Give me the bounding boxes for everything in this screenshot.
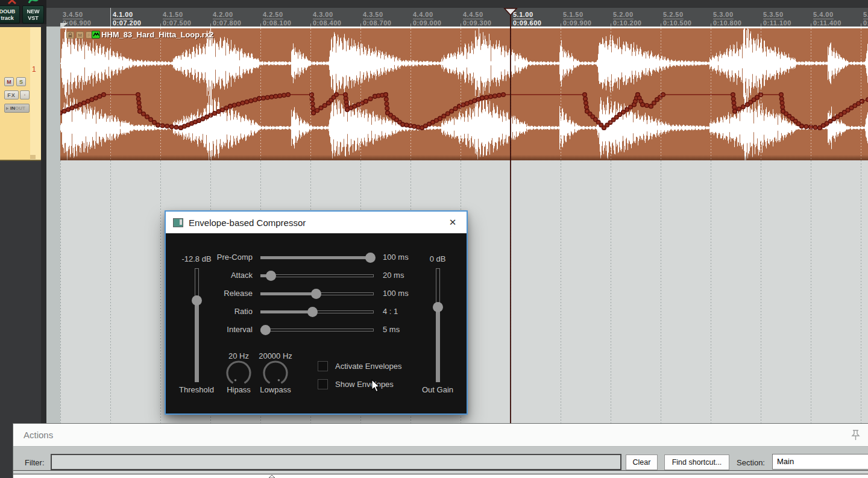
clear-label: Clear — [633, 458, 651, 467]
item-grid-line — [461, 28, 461, 160]
edit-cursor-ruler-line[interactable] — [110, 8, 111, 27]
dialog-title-bar[interactable]: Envelope-based Compressor ✕ — [166, 212, 467, 233]
tcp-divider[interactable] — [41, 24, 46, 423]
item-grid-line — [761, 28, 761, 160]
section-combo[interactable]: Main — [772, 454, 868, 470]
grid-line — [611, 160, 611, 423]
out-gain-slider-thumb[interactable] — [433, 302, 443, 312]
item-grid-line — [160, 28, 161, 160]
activate-envelopes-label: Activate Envelopes — [335, 362, 402, 371]
item-grid-line — [811, 28, 811, 160]
actions-list-header[interactable] — [13, 474, 868, 478]
attack-value: 20 ms — [383, 271, 404, 280]
solo-button[interactable]: S — [16, 77, 26, 86]
release-label: Release — [198, 289, 253, 298]
show-envelopes-checkbox[interactable] — [318, 379, 328, 389]
pre-comp-value: 100 ms — [383, 253, 409, 262]
item-envelope-chip[interactable] — [92, 31, 100, 39]
lowpass-name-label: Lowpass — [248, 385, 303, 394]
grid-line — [160, 160, 161, 423]
item-mute-chip[interactable]: M — [76, 31, 84, 39]
pin-window-icon[interactable] — [851, 429, 861, 441]
tcp-resize-grip[interactable] — [30, 155, 36, 159]
media-item[interactable]: M FX HHM_83_Hard_Hitta_Loop.rx2 — [60, 28, 868, 160]
item-start-marker[interactable] — [60, 23, 68, 29]
ruler-label-5.3.50: 5.3.500:11.100 — [763, 8, 791, 27]
toolbar-new-vst-button[interactable]: NEWVST — [22, 5, 44, 24]
out-gain-track-lower[interactable] — [436, 307, 440, 382]
dialog-window-icon — [173, 218, 183, 227]
threshold-slider-thumb[interactable] — [192, 295, 202, 306]
ruler-label-5.4.00: 5.4.000:11.400 — [813, 8, 841, 27]
release-track-filled[interactable] — [260, 292, 316, 295]
find-shortcut-button[interactable]: Find shortcut... — [664, 454, 729, 470]
ratio-slider-thumb[interactable] — [307, 307, 318, 317]
item-lock-icon[interactable] — [66, 31, 74, 39]
show-envelopes-label: Show Envelopes — [335, 380, 394, 389]
track-panel[interactable]: 1 M S FX INOUT — [0, 27, 41, 161]
attack-slider-thumb[interactable] — [266, 271, 276, 281]
actions-window-title: Actions — [24, 430, 53, 440]
clear-button[interactable]: Clear — [626, 454, 658, 470]
out-gain-name-label: Out Gain — [410, 385, 465, 394]
ratio-track[interactable] — [312, 310, 374, 313]
ruler-label-5.3.00: 5.3.000:10.800 — [713, 8, 741, 27]
pre-comp-slider-thumb[interactable] — [365, 253, 376, 263]
toolbar-green-icon — [28, 0, 40, 4]
sort-caret-icon[interactable] — [268, 474, 275, 478]
item-grid-line — [360, 28, 361, 160]
ruler-label-4.4.00: 4.4.000:09.000 — [413, 8, 441, 27]
item-grid-line — [210, 28, 211, 160]
play-cursor-line[interactable] — [510, 15, 511, 423]
interval-track[interactable] — [265, 329, 374, 332]
waveform-canvas[interactable] — [60, 28, 868, 160]
timeline-ruler[interactable]: 3.4.500:06.9004.1.000:07.2004.1.500:07.5… — [46, 8, 868, 27]
grid-line — [110, 160, 111, 423]
interval-value: 5 ms — [383, 325, 400, 334]
actions-title-bar[interactable]: Actions — [13, 424, 868, 447]
toolbar-red-icon — [7, 0, 18, 4]
out-gain-track-upper[interactable] — [436, 268, 440, 307]
ratio-label: Ratio — [198, 307, 253, 316]
item-grid-line — [110, 28, 111, 160]
dialog-close-button[interactable]: ✕ — [446, 216, 459, 228]
interval-slider-thumb[interactable] — [260, 325, 271, 335]
toolbar-btn1-line1: DOUB — [0, 8, 15, 14]
toolbar-doub-track-button[interactable]: DOUBtrack — [0, 5, 20, 24]
toolbar-btn1-line2: track — [1, 15, 14, 21]
lowpass-knob[interactable] — [262, 359, 289, 387]
pre-comp-track-filled[interactable] — [260, 256, 370, 259]
fx-bypass-power-button[interactable] — [20, 90, 30, 99]
activate-envelopes-checkbox[interactable] — [318, 361, 328, 371]
release-slider-thumb[interactable] — [311, 289, 321, 299]
fx-button[interactable]: FX — [4, 90, 19, 99]
record-arm-io-button[interactable]: INOUT — [4, 104, 30, 113]
daw-screen: 3.4.500:06.9004.1.000:07.2004.1.500:07.5… — [0, 0, 868, 478]
dialog-title: Envelope-based Compressor — [189, 218, 306, 228]
ruler-label-4.3.50: 4.3.500:08.700 — [363, 8, 391, 27]
filter-label: Filter: — [25, 458, 45, 467]
item-mute-label: M — [78, 33, 82, 38]
item-grid-line — [310, 28, 311, 160]
filter-input[interactable] — [51, 454, 621, 470]
actions-window: Actions Filter: Clear Find shortcut... S… — [13, 423, 868, 478]
ruler-label-5.2.00: 5.2.000:10.200 — [613, 8, 641, 27]
release-track[interactable] — [316, 292, 374, 295]
mute-label: M — [7, 79, 11, 85]
attack-label: Attack — [198, 271, 253, 280]
play-cursor-marker[interactable] — [503, 8, 518, 16]
ruler-label-5.4.50: 5.4.500:11.700 — [863, 8, 868, 27]
mute-button[interactable]: M — [4, 77, 14, 86]
threshold-track-lower[interactable] — [195, 301, 199, 382]
attack-track[interactable] — [271, 274, 374, 277]
ratio-value: 4 : 1 — [383, 307, 398, 316]
ruler-label-4.2.50: 4.2.500:08.100 — [263, 8, 291, 27]
hipass-knob[interactable] — [225, 359, 253, 387]
threshold-value: -12.8 dB — [172, 254, 221, 263]
ratio-track-filled[interactable] — [260, 310, 312, 313]
section-label: Section: — [737, 458, 765, 467]
toolbar-btn2-line1: NEW — [27, 8, 40, 14]
record-monitor-icon — [6, 106, 8, 111]
fx-label: FX — [7, 92, 16, 98]
out-gain-value: 0 dB — [414, 254, 462, 263]
